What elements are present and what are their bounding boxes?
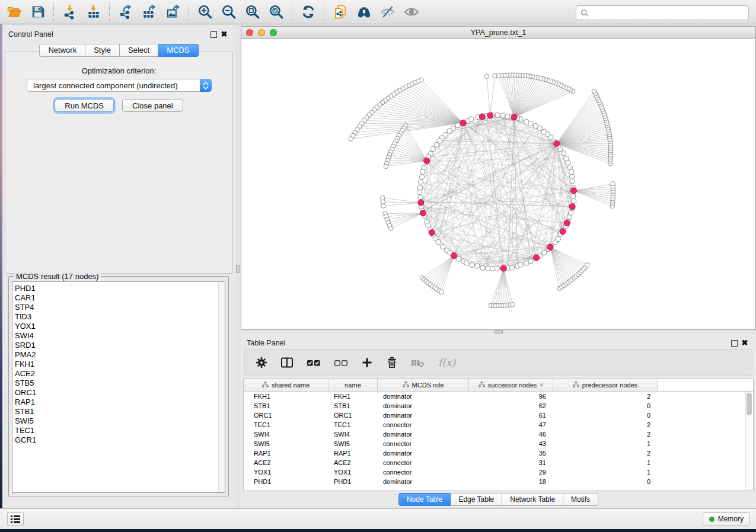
search-box[interactable] (576, 5, 749, 20)
show-graphics-details-button[interactable] (400, 1, 423, 23)
deselect-all-button[interactable] (334, 357, 348, 368)
import-table-button[interactable] (82, 1, 106, 23)
mcds-result-item[interactable]: YOX1 (12, 322, 225, 331)
column-layout-button[interactable] (280, 357, 294, 368)
table-row[interactable]: ACE2ACE2connector311 (244, 458, 753, 467)
run-mcds-button[interactable]: Run MCDS (55, 99, 114, 112)
column-header-predecessor-nodes[interactable]: predecessor nodes (553, 379, 658, 391)
mcds-result-item[interactable]: PHD1 (12, 284, 225, 293)
vertical-splitter-handle[interactable] (236, 265, 240, 273)
mcds-hub-node[interactable] (429, 230, 435, 236)
table-row[interactable]: SWI4SWI4dominator462 (244, 430, 753, 439)
desktop: Control Panel ✖ NetworkStyleSelectMCDS O… (0, 0, 756, 532)
network-canvas[interactable] (241, 39, 755, 329)
mcds-hub-node[interactable] (511, 114, 517, 120)
mcds-hub-node[interactable] (479, 114, 485, 120)
mcds-result-item[interactable]: RAP1 (12, 398, 225, 407)
table-close-button[interactable]: ✖ (739, 338, 750, 348)
save-session-button[interactable] (26, 1, 50, 23)
tab-network[interactable]: Network (39, 44, 85, 57)
tab-mcds[interactable]: MCDS (158, 44, 198, 57)
zoom-selected-button[interactable] (264, 1, 288, 23)
mcds-result-item[interactable]: FKH1 (12, 360, 225, 369)
tab-edge-table[interactable]: Edge Table (451, 493, 502, 506)
mcds-result-item[interactable]: ACE2 (12, 369, 225, 379)
mcds-list-scrollbar[interactable] (218, 282, 225, 492)
export-network-button[interactable] (114, 1, 138, 23)
mcds-hub-node[interactable] (560, 229, 566, 235)
mcds-hub-node[interactable] (564, 220, 570, 226)
mcds-result-item[interactable]: GCR1 (12, 435, 225, 445)
mcds-result-item[interactable]: PMA2 (12, 350, 225, 360)
table-row[interactable]: RAP1RAP1dominator352 (244, 448, 753, 458)
tab-node-table[interactable]: Node Table (398, 493, 451, 506)
mcds-hub-node[interactable] (554, 141, 560, 147)
zoom-in-button[interactable] (193, 1, 217, 23)
mcds-result-item[interactable]: SWI5 (12, 416, 225, 426)
float-panel-button[interactable] (208, 30, 219, 39)
mcds-hub-node[interactable] (424, 158, 430, 164)
table-row[interactable]: STB1STB1dominator620 (244, 401, 753, 411)
mcds-hub-node[interactable] (500, 265, 506, 271)
mcds-hub-node[interactable] (570, 188, 576, 194)
function-builder-button[interactable]: f(x) (438, 357, 455, 368)
table-row[interactable]: SWI5SWI5connector431 (244, 439, 753, 448)
mcds-hub-node[interactable] (487, 113, 493, 118)
tab-motifs[interactable]: Motifs (563, 493, 598, 506)
zoom-fit-button[interactable] (241, 1, 264, 23)
table-row[interactable]: YOX1YOX1connector291 (244, 467, 753, 477)
mcds-result-item[interactable]: STB5 (12, 379, 225, 388)
close-panel-button-mcds[interactable]: Close panel (122, 99, 183, 112)
tab-style[interactable]: Style (85, 44, 120, 57)
refresh-network-button[interactable] (296, 1, 320, 23)
tab-select[interactable]: Select (120, 44, 158, 57)
export-image-button[interactable] (161, 1, 185, 23)
mcds-result-item[interactable]: CAR1 (12, 293, 225, 303)
table-row[interactable]: FKH1FKH1dominator962 (244, 392, 753, 401)
memory-button[interactable]: Memory (703, 512, 750, 525)
delete-column-button[interactable] (386, 357, 398, 368)
mcds-hub-node[interactable] (547, 244, 553, 250)
network-window-titlebar[interactable]: YPA_prune.txt_1 (241, 27, 755, 39)
mcds-result-item[interactable]: SWI4 (12, 331, 225, 341)
optimization-criterion-select[interactable]: largest connected component (undirected) (27, 79, 212, 92)
mcds-hub-node[interactable] (451, 252, 457, 258)
table-row[interactable]: ORC1ORC1dominator610 (244, 411, 753, 420)
mcds-hub-node[interactable] (569, 204, 575, 210)
column-header-MCDS-role[interactable]: MCDS role (378, 379, 469, 391)
column-header-successor-nodes[interactable]: successor nodes∨ (469, 379, 553, 391)
table-float-button[interactable] (729, 338, 739, 348)
mcds-result-item[interactable]: TID3 (12, 312, 225, 322)
mcds-hub-node[interactable] (534, 255, 540, 261)
tab-network-table[interactable]: Network Table (502, 493, 563, 506)
column-header-shared-name[interactable]: shared name (244, 379, 328, 391)
zoom-out-button[interactable] (217, 1, 241, 23)
mcds-hub-node[interactable] (420, 210, 426, 216)
mcds-result-item[interactable]: ORC1 (12, 388, 225, 398)
select-all-checked-button[interactable] (307, 357, 321, 368)
table-row[interactable]: TEC1TEC1connector472 (244, 420, 753, 430)
search-network-button[interactable] (352, 1, 376, 23)
add-column-button[interactable] (361, 357, 373, 368)
search-input[interactable] (591, 7, 748, 18)
hide-details-button[interactable] (376, 1, 400, 23)
mcds-result-item[interactable]: TEC1 (12, 426, 225, 435)
import-network-button[interactable] (58, 1, 82, 23)
table-scrollbar-thumb[interactable] (747, 393, 752, 415)
close-panel-button[interactable]: ✖ (219, 30, 229, 39)
task-history-button[interactable] (7, 512, 24, 525)
open-file-button[interactable] (2, 1, 26, 23)
settings-gear-button[interactable] (256, 357, 267, 368)
clone-network-button[interactable] (328, 1, 352, 23)
mcds-result-item[interactable]: SRD1 (12, 341, 225, 350)
export-table-button[interactable] (138, 1, 161, 23)
mcds-result-list[interactable]: PHD1CAR1STP4TID3YOX1SWI4SRD1PMA2FKH1ACE2… (12, 281, 225, 493)
mcds-hub-node[interactable] (418, 200, 424, 206)
vertical-splitter[interactable] (235, 25, 241, 508)
table-row[interactable]: PHD1PHD1dominator180 (244, 477, 753, 486)
column-header-name[interactable]: name (328, 379, 378, 391)
mcds-hub-node[interactable] (460, 120, 466, 126)
mcds-result-item[interactable]: STP4 (12, 303, 225, 312)
mcds-result-item[interactable]: STB1 (12, 407, 225, 416)
table-scrollbar[interactable] (745, 392, 753, 491)
